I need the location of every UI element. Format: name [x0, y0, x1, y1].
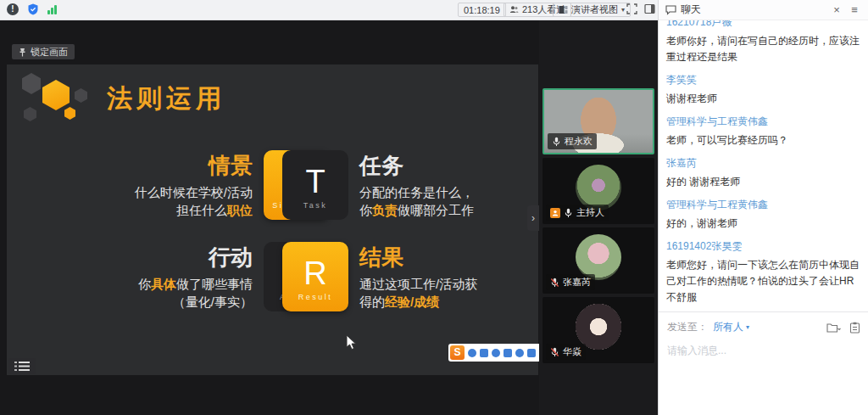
slide-list-button[interactable]	[8, 358, 36, 374]
menu-icon[interactable]: ≡	[848, 3, 861, 16]
pin-icon	[19, 48, 26, 57]
result-line1: 通过这项工作/活动获	[359, 275, 477, 293]
participant-avatar	[576, 165, 621, 210]
video-tile-3[interactable]: 张嘉芮	[542, 227, 654, 294]
security-shield-icon[interactable]	[27, 3, 39, 15]
slide: 法则运用 情景 什么时候在学校/活动 担任什么职位 S Situation T …	[7, 64, 538, 375]
chevron-down-icon: ▾	[621, 6, 625, 14]
presentation-area: 锁定画面 法则运用 情景 什么时候在学校/活动 担任什么职位 S Si	[0, 20, 539, 415]
video-thumbnail-strip: 程永欢 主持人	[539, 20, 658, 415]
participant-avatar	[576, 304, 621, 350]
mic-muted-icon	[550, 347, 559, 357]
result-card: R Result	[282, 242, 348, 311]
video-tile-2[interactable]: 主持人	[542, 158, 654, 224]
chat-message-input[interactable]	[667, 345, 860, 356]
fullscreen-icon	[626, 3, 637, 14]
side-panel-button[interactable]	[644, 3, 655, 14]
close-icon[interactable]: ×	[830, 3, 843, 16]
hexagon-decoration-icon	[20, 71, 93, 126]
slide-watermark: S	[448, 344, 541, 362]
situation-title: 情景	[209, 151, 253, 181]
chevron-right-icon: ›	[531, 212, 535, 224]
watermark-logo-icon: S	[450, 345, 465, 360]
mic-muted-icon	[550, 278, 559, 288]
send-to-label: 发送至：	[667, 320, 708, 334]
action-title: 行动	[209, 243, 253, 272]
action-line2: （量化/事实）	[173, 293, 253, 311]
speaker-view-icon	[559, 5, 568, 14]
network-signal-icon[interactable]	[47, 4, 57, 14]
chat-history-folder-icon[interactable]	[826, 322, 841, 334]
chat-composer: 发送至： 所有人 ▾	[659, 311, 868, 415]
quadrant-result: R Result 结果 通过这项工作/活动获 得的经验/成绩	[282, 242, 525, 311]
result-line2: 得的经验/成绩	[359, 293, 439, 311]
chat-panel: 聊天 × ≡ 16210718卢薇老师你好，请问在写自己的经历时，应该注重过程还…	[658, 0, 868, 415]
participant-avatar	[576, 234, 621, 280]
chat-sender-name: 管理科学与工程黄伟鑫	[666, 197, 861, 213]
chat-bubble-icon	[665, 4, 676, 15]
chat-panel-title: 聊天	[681, 3, 701, 17]
task-line2: 你负责做哪部分工作	[359, 201, 474, 219]
side-panel-icon	[644, 3, 655, 14]
slide-title: 法则运用	[107, 81, 225, 116]
mic-on-icon	[552, 137, 561, 147]
video-tile-1[interactable]: 程永欢	[542, 88, 654, 154]
chat-notes-icon[interactable]	[849, 322, 860, 334]
fullscreen-button[interactable]	[626, 3, 637, 14]
meeting-info-icon[interactable]: !	[7, 3, 19, 15]
chat-sender-name: 16210718卢薇	[666, 20, 861, 31]
chat-message-text: 老师，可以写比赛经历吗？	[666, 132, 861, 149]
mouse-cursor	[346, 334, 357, 351]
quadrant-task: T Task 任务 分配的任务是什么， 你负责做哪部分工作	[282, 150, 525, 220]
chat-sender-name: 16191402张昊雯	[666, 238, 861, 255]
meeting-timer: 01:18:19	[458, 3, 506, 17]
chat-sender-name: 李笑笑	[666, 72, 861, 88]
collapse-panel-handle[interactable]: ›	[527, 205, 539, 231]
task-line1: 分配的任务是什么，	[359, 183, 474, 201]
chat-message-text: 谢谢程老师	[666, 91, 861, 107]
status-bar: ! 01:18:19 213人看过 演讲者视图 ▾	[0, 0, 659, 20]
chat-sender-name: 管理科学与工程黄伟鑫	[666, 114, 861, 130]
chat-message-text: 好的 谢谢程老师	[666, 174, 861, 190]
task-card: T Task	[282, 150, 348, 220]
chat-message-text: 老师你好，请问在写自己的经历时，应该注重过程还是结果	[666, 33, 861, 65]
chevron-down-icon: ▾	[746, 323, 749, 331]
chat-message-list[interactable]: 16210718卢薇老师你好，请问在写自己的经历时，应该注重过程还是结果李笑笑谢…	[659, 20, 868, 311]
chat-sender-name: 张嘉芮	[666, 155, 861, 171]
host-badge-icon	[550, 208, 560, 218]
chat-header: 聊天 × ≡	[659, 0, 868, 20]
chat-message-text: 老师您好，请问一下该怎么在简历中体现自己对工作的热情呢？怕说的过头了会让HR不舒…	[666, 257, 861, 306]
situation-line2: 担任什么职位	[176, 201, 253, 219]
participant-name: 张嘉芮	[563, 276, 591, 289]
pin-view-button[interactable]: 锁定画面	[12, 44, 75, 59]
send-to-dropdown[interactable]: 所有人	[713, 320, 743, 334]
list-icon	[14, 362, 30, 371]
participant-name: 主持人	[576, 206, 604, 219]
situation-line1: 什么时候在学校/活动	[135, 183, 253, 201]
result-title: 结果	[359, 243, 403, 272]
participant-name: 程永欢	[565, 135, 593, 148]
mic-on-icon	[564, 208, 573, 218]
viewers-icon	[509, 5, 519, 14]
chat-message-text: 好的，谢谢老师	[666, 216, 861, 232]
action-line1: 你具体做了哪些事情	[138, 275, 253, 293]
participant-name: 华焱	[563, 345, 581, 358]
task-title: 任务	[359, 151, 403, 181]
view-mode-button[interactable]: 演讲者视图 ▾	[553, 3, 631, 17]
meeting-window: ! 01:18:19 213人看过 演讲者视图 ▾	[0, 0, 868, 415]
video-tile-4[interactable]: 华焱	[542, 297, 654, 363]
